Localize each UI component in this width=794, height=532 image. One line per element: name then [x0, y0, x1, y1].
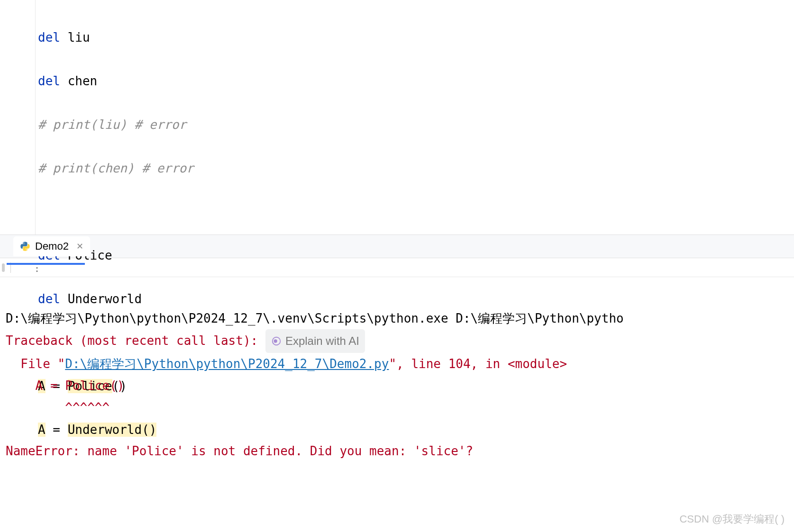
console-command: D:\编程学习\Python\python\P2024_12_7\.venv\S… — [6, 311, 624, 325]
code-line: A = Police() — [38, 375, 792, 397]
identifier: chen — [68, 74, 98, 88]
explain-with-ai-button[interactable]: Explain with AI — [265, 329, 365, 353]
keyword-del: del — [38, 74, 60, 88]
comment: # print(chen) # error — [38, 161, 194, 175]
file-suffix: ", line 104, in <module> — [389, 357, 567, 371]
code-line: A = Underworld() — [38, 419, 792, 441]
traceback-file: File "D:\编程学习\Python\python\P2024_12_7\D… — [6, 357, 567, 371]
code-line-empty — [38, 201, 792, 223]
file-prefix: File " — [6, 357, 65, 371]
traceback-header: Traceback (most recent call last): — [6, 334, 258, 348]
error-message: NameError: name 'Police' is not defined.… — [6, 444, 473, 458]
identifier: liu — [68, 30, 90, 45]
code-line: del chen — [38, 70, 792, 92]
code-line: del liu — [38, 27, 792, 48]
keyword-del: del — [38, 30, 60, 45]
watermark: CSDN @我要学编程( ) — [679, 512, 785, 526]
code-line: # print(chen) # error — [38, 157, 792, 179]
operator-assign: = — [53, 423, 60, 437]
variable-a: A — [38, 423, 46, 437]
python-icon — [20, 241, 30, 252]
code-content[interactable]: del liu del chen # print(liu) # error # … — [36, 0, 794, 234]
scroll-handle[interactable] — [2, 263, 5, 272]
line-gutter — [0, 0, 36, 234]
keyword-del: del — [38, 292, 60, 306]
file-link[interactable]: D:\编程学习\Python\python\P2024_12_7\Demo2.p… — [65, 357, 389, 371]
code-line: del Underworld — [38, 288, 792, 310]
class-name: Underworld — [68, 423, 142, 437]
ai-icon — [271, 336, 282, 346]
parens: () — [142, 423, 156, 437]
close-icon[interactable]: ✕ — [76, 241, 83, 252]
code-line: # print(liu) # error — [38, 114, 792, 135]
traceback-code: A = Police() — [6, 379, 124, 393]
code-line: del Police — [38, 244, 792, 266]
code-editor[interactable]: del liu del chen # print(liu) # error # … — [0, 0, 794, 234]
ai-label: Explain with AI — [285, 330, 359, 352]
tab-active-indicator — [7, 263, 85, 265]
tab-demo2[interactable]: Demo2 ✕ — [13, 236, 90, 256]
identifier: Underworld — [68, 292, 142, 306]
traceback-carets: ^^^^^^ — [6, 400, 110, 415]
comment: # print(liu) # error — [38, 117, 186, 132]
tab-label: Demo2 — [35, 240, 69, 252]
